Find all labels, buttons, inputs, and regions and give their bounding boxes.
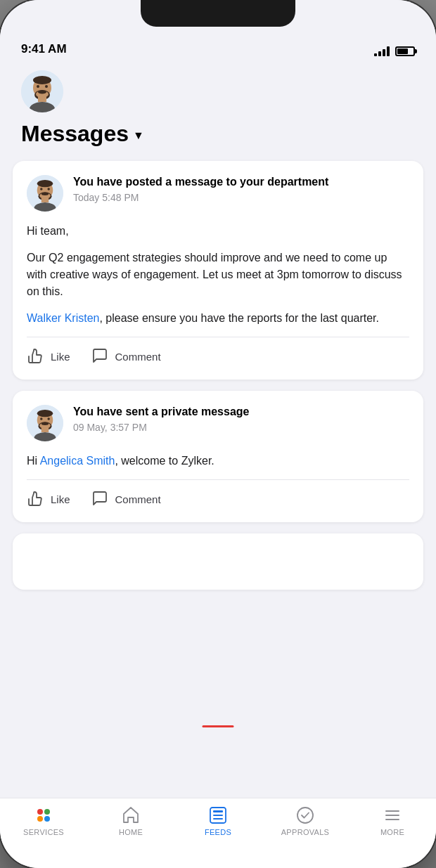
card-time-2: 09 May, 3:57 PM	[73, 422, 409, 433]
bottom-nav: SERVICES HOME	[0, 798, 436, 868]
status-time: 9:41 AM	[21, 42, 67, 56]
message-card-2: You have sent a private message 09 May, …	[13, 391, 423, 522]
card-body-2: Hi Angelica Smith, welcome to Zylker.	[27, 453, 409, 469]
card-body-1: Hi team, Our Q2 engagement strategies sh…	[27, 223, 409, 327]
card-header-1: You have posted a message to your depart…	[27, 175, 409, 212]
services-icon	[34, 805, 53, 825]
nav-feeds-label: FEEDS	[205, 828, 231, 836]
card-divider-2	[27, 479, 409, 480]
svg-point-23	[40, 417, 42, 420]
mention-angelica[interactable]: Angelica Smith	[40, 455, 115, 467]
nav-approvals-label: APPROVALS	[281, 828, 330, 836]
like-label-2: Like	[51, 493, 70, 505]
message-card-1: You have posted a message to your depart…	[13, 161, 423, 380]
svg-rect-35	[213, 810, 223, 812]
svg-point-7	[38, 91, 46, 94]
card-title-1: You have posted a message to your depart…	[73, 175, 409, 190]
card-title-2: You have sent a private message	[73, 405, 409, 420]
svg-point-33	[44, 816, 50, 822]
signal-icon	[374, 46, 390, 56]
user-avatar	[21, 70, 63, 112]
nav-approvals[interactable]: APPROVALS	[262, 805, 349, 836]
svg-point-12	[37, 180, 53, 187]
message-prefix-2: Hi	[27, 455, 40, 467]
nav-more-label: MORE	[380, 828, 404, 836]
nav-home[interactable]: HOME	[87, 805, 174, 836]
more-icon	[383, 805, 402, 825]
nav-services[interactable]: SERVICES	[0, 805, 87, 836]
page-title: Messages	[21, 121, 129, 147]
mention-walker[interactable]: Walker Kristen	[27, 312, 99, 324]
svg-point-31	[44, 809, 50, 815]
svg-point-38	[297, 808, 313, 823]
message-suffix-2: , welcome to Zylker.	[115, 455, 214, 467]
like-button-1[interactable]: Like	[27, 347, 70, 365]
card-para-2: Our Q2 engagement strategies should impr…	[27, 250, 409, 300]
svg-rect-8	[38, 96, 46, 102]
header: Messages ▼	[0, 63, 436, 161]
card-para-3: Walker Kristen, please ensure you have t…	[27, 310, 409, 327]
card-mention-text-1: , please ensure you have the reports for…	[99, 312, 379, 324]
approvals-icon	[295, 805, 315, 825]
comment-label-1: Comment	[115, 351, 161, 363]
home-icon	[121, 805, 141, 825]
page-title-row: Messages ▼	[21, 121, 415, 147]
status-right	[374, 46, 415, 56]
svg-rect-36	[213, 815, 223, 816]
card-avatar-2	[27, 405, 63, 441]
nav-services-label: SERVICES	[23, 828, 64, 836]
svg-rect-28	[41, 427, 49, 432]
notch	[141, 0, 295, 27]
nav-more[interactable]: MORE	[349, 805, 436, 836]
like-label-1: Like	[51, 351, 70, 363]
svg-point-17	[41, 193, 49, 195]
content-area: Messages ▼	[0, 63, 436, 798]
comment-button-1[interactable]: Comment	[91, 347, 161, 365]
like-icon-1	[27, 347, 45, 365]
nav-home-label: HOME	[119, 828, 143, 836]
card-divider-1	[27, 337, 409, 337]
status-bar: 9:41 AM	[0, 0, 436, 63]
card-time-1: Today 5:48 PM	[73, 192, 409, 203]
phone-screen: 9:41 AM	[0, 0, 436, 868]
svg-point-14	[47, 188, 49, 190]
card-title-block-2: You have sent a private message 09 May, …	[73, 405, 409, 433]
svg-rect-18	[41, 197, 49, 202]
comment-icon-1	[91, 347, 110, 365]
card-para-4: Hi Angelica Smith, welcome to Zylker.	[27, 453, 409, 469]
svg-point-13	[40, 188, 42, 190]
feeds-active-indicator	[203, 725, 234, 727]
svg-point-4	[45, 85, 48, 88]
svg-point-2	[33, 76, 51, 84]
comment-label-2: Comment	[115, 493, 161, 505]
card-para-1: Hi team,	[27, 223, 409, 240]
svg-point-22	[37, 410, 53, 417]
like-icon-2	[27, 490, 45, 508]
card-header-2: You have sent a private message 09 May, …	[27, 405, 409, 441]
svg-point-3	[37, 85, 39, 88]
svg-rect-37	[213, 818, 223, 820]
svg-point-24	[47, 417, 49, 420]
like-button-2[interactable]: Like	[27, 490, 70, 508]
card-avatar-1	[27, 175, 63, 212]
dropdown-arrow-icon[interactable]: ▼	[133, 129, 144, 142]
svg-point-30	[37, 809, 43, 815]
battery-icon	[395, 46, 415, 56]
card-actions-2: Like Comment	[27, 490, 409, 508]
card-title-block-1: You have posted a message to your depart…	[73, 175, 409, 203]
svg-point-32	[37, 816, 43, 822]
phone-frame: 9:41 AM	[0, 0, 436, 868]
nav-feeds[interactable]: FEEDS	[174, 805, 262, 836]
comment-icon-2	[91, 490, 110, 508]
message-card-3	[13, 533, 423, 590]
card-actions-1: Like Comment	[27, 347, 409, 365]
comment-button-2[interactable]: Comment	[91, 490, 161, 508]
feeds-icon	[208, 805, 228, 825]
svg-point-27	[41, 422, 49, 425]
